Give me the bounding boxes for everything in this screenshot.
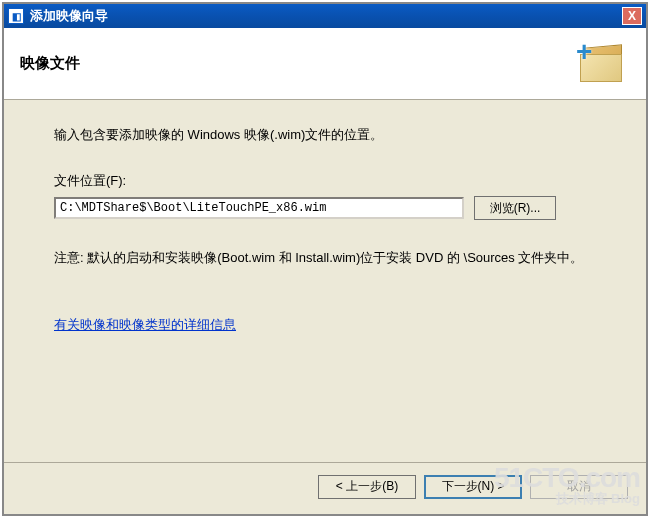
cancel-button: 取消 [530,475,628,499]
titlebar: ◧ 添加映像向导 X [4,4,646,28]
header-panel: 映像文件 + [4,28,646,100]
page-title: 映像文件 [20,54,574,73]
file-location-label: 文件位置(F): [54,172,596,190]
app-icon: ◧ [8,8,24,24]
details-link[interactable]: 有关映像和映像类型的详细信息 [54,317,236,332]
browse-button[interactable]: 浏览(R)... [474,196,556,220]
file-row: 浏览(R)... [54,196,596,220]
note-text: 注意: 默认的启动和安装映像(Boot.wim 和 Install.wim)位于… [54,248,596,268]
next-button[interactable]: 下一步(N) > [424,475,522,499]
wizard-dialog: ◧ 添加映像向导 X 映像文件 + 输入包含要添加映像的 Windows 映像(… [4,4,646,510]
button-bar: < 上一步(B) 下一步(N) > 取消 [4,462,646,510]
window-title: 添加映像向导 [30,7,622,25]
close-button[interactable]: X [622,7,642,25]
content-area: 输入包含要添加映像的 Windows 映像(.wim)文件的位置。 文件位置(F… [4,100,646,350]
file-path-input[interactable] [54,197,464,219]
back-button[interactable]: < 上一步(B) [318,475,416,499]
add-image-icon: + [574,40,630,88]
prompt-text: 输入包含要添加映像的 Windows 映像(.wim)文件的位置。 [54,126,596,144]
